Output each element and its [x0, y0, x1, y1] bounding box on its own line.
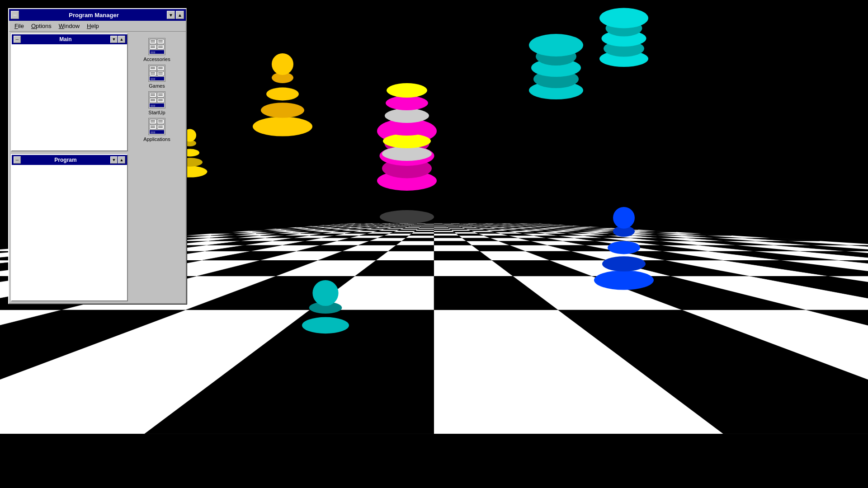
- menu-window[interactable]: Window: [55, 22, 83, 30]
- pm-content-area: ─ Main ▼ ▲ ─ Program ▼ ▲: [9, 32, 186, 303]
- accessories-icon-img: ≡≡≡: [148, 38, 165, 55]
- svg-rect-34: [157, 98, 164, 103]
- program-sys-button[interactable]: ─: [14, 156, 21, 164]
- menu-options[interactable]: Options: [28, 22, 55, 30]
- title-bar-controls: ▼ ▲: [167, 11, 184, 19]
- maximize-button[interactable]: ▲: [176, 11, 184, 19]
- svg-rect-46: [150, 119, 156, 124]
- icons-panel: ≡≡≡ Accessories: [130, 33, 184, 301]
- startup-label: StartUp: [148, 110, 165, 115]
- main-window: ─ Main ▼ ▲: [11, 33, 128, 151]
- svg-rect-33: [157, 93, 164, 97]
- svg-rect-1: [150, 39, 156, 44]
- svg-rect-32: [150, 98, 156, 103]
- games-label: Games: [149, 83, 165, 89]
- main-window-title: Main: [21, 36, 110, 42]
- main-controls: ▼ ▲: [110, 36, 125, 43]
- games-icon-img: ≡≡≡: [148, 65, 165, 82]
- svg-rect-16: [150, 66, 156, 70]
- main-content: [12, 44, 127, 150]
- startup-svg: ≡≡≡: [149, 92, 165, 108]
- svg-rect-17: [150, 71, 156, 76]
- svg-rect-31: [150, 93, 156, 97]
- program-content: [12, 165, 127, 300]
- svg-rect-4: [157, 45, 164, 49]
- program-title-bar: ─ Program ▼ ▲: [12, 155, 127, 165]
- program-controls: ▼ ▲: [110, 156, 125, 164]
- left-panel: ─ Main ▼ ▲ ─ Program ▼ ▲: [11, 33, 128, 301]
- accessories-label: Accessories: [143, 56, 170, 62]
- title-bar: ─ Program Manager ▼ ▲: [9, 9, 186, 21]
- startup-icon-img: ≡≡≡: [148, 91, 165, 108]
- accessories-svg: ≡≡≡: [149, 38, 165, 55]
- program-minimize[interactable]: ▼: [110, 156, 118, 164]
- program-window: ─ Program ▼ ▲: [11, 154, 128, 301]
- system-button[interactable]: ─: [11, 11, 19, 19]
- svg-text:≡≡≡: ≡≡≡: [151, 131, 156, 134]
- menu-bar: File Options Window Help: [9, 21, 186, 32]
- window-title: Program Manager: [21, 12, 167, 19]
- applications-icon[interactable]: ≡≡≡ Applications: [139, 118, 175, 142]
- minimize-button[interactable]: ▼: [167, 11, 175, 19]
- main-sys-button[interactable]: ─: [14, 36, 21, 43]
- games-svg: ≡≡≡: [149, 65, 165, 81]
- main-title-bar: ─ Main ▼ ▲: [12, 34, 127, 44]
- svg-rect-2: [150, 45, 156, 49]
- program-manager-window: ─ Program Manager ▼ ▲ File Options Windo…: [8, 8, 187, 304]
- main-maximize[interactable]: ▲: [118, 36, 125, 43]
- program-maximize[interactable]: ▲: [118, 156, 125, 164]
- applications-label: Applications: [143, 136, 170, 142]
- svg-rect-3: [157, 39, 164, 44]
- svg-rect-49: [157, 125, 164, 129]
- svg-text:≡≡≡: ≡≡≡: [151, 104, 156, 107]
- menu-file[interactable]: File: [11, 22, 28, 30]
- applications-icon-img: ≡≡≡: [148, 118, 165, 135]
- svg-rect-19: [157, 71, 164, 76]
- svg-rect-48: [157, 119, 164, 124]
- main-minimize[interactable]: ▼: [110, 36, 118, 43]
- program-window-title: Program: [21, 157, 110, 163]
- games-icon[interactable]: ≡≡≡ Games: [139, 65, 175, 89]
- menu-help[interactable]: Help: [83, 22, 103, 30]
- applications-svg: ≡≡≡: [149, 118, 165, 135]
- startup-icon[interactable]: ≡≡≡ StartUp: [139, 91, 175, 115]
- svg-rect-47: [150, 125, 156, 129]
- svg-rect-18: [157, 66, 164, 70]
- svg-text:≡≡≡: ≡≡≡: [151, 51, 156, 54]
- svg-text:≡≡≡: ≡≡≡: [151, 78, 156, 80]
- accessories-icon[interactable]: ≡≡≡ Accessories: [139, 38, 175, 62]
